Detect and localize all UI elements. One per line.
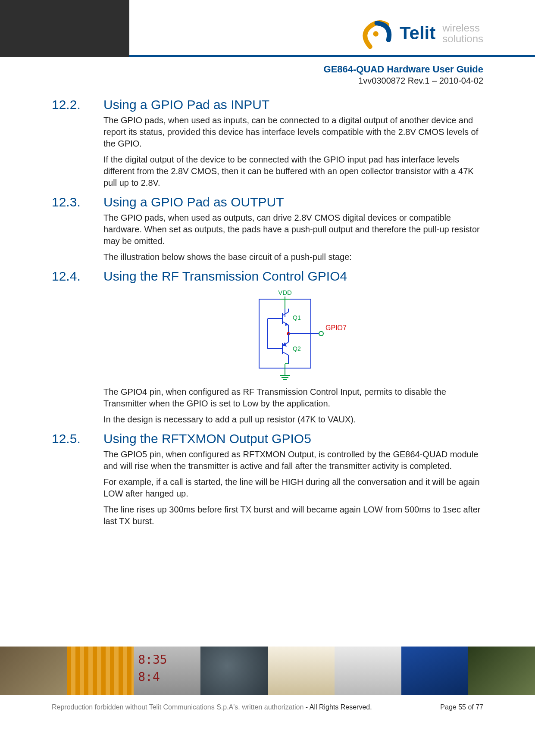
- doc-meta: GE864-QUAD Hardware User Guide 1vv030087…: [324, 64, 483, 86]
- section-title: Using a GPIO Pad as OUTPUT: [103, 193, 483, 209]
- paragraph: The line rises up 300ms before first TX …: [103, 504, 483, 527]
- diagram-vdd-label: VDD: [278, 289, 292, 296]
- footer-tile: [200, 647, 267, 695]
- footer-tile: [468, 647, 535, 695]
- brand-tagline: wireless solutions: [442, 22, 483, 44]
- diagram-out-label: GPIO7: [325, 324, 347, 331]
- svg-line-19: [282, 352, 288, 355]
- paragraph: The GPIO pads, when used as outputs, can…: [103, 212, 483, 247]
- section-12-4: 12.4. Using the RF Transmission Control …: [52, 267, 483, 425]
- section-12-2: 12.2. Using a GPIO Pad as INPUT The GPIO…: [52, 96, 483, 189]
- paragraph: The illustration below shows the base ci…: [103, 251, 483, 263]
- svg-point-0: [373, 31, 378, 36]
- footer-tile: [67, 647, 134, 695]
- diagram-q2-label: Q2: [293, 345, 301, 352]
- footer-tile: [268, 647, 335, 695]
- brand-tagline-line2: solutions: [442, 33, 483, 44]
- diagram-q1-label: Q1: [293, 314, 301, 321]
- doc-revision: 1vv0300872 Rev.1 – 2010-04-02: [324, 76, 483, 86]
- logo-icon: [358, 16, 395, 50]
- page-content: 12.2. Using a GPIO Pad as INPUT The GPIO…: [52, 91, 483, 527]
- paragraph: The GPIO4 pin, when configured as RF Tra…: [103, 386, 483, 409]
- section-12-3: 12.3. Using a GPIO Pad as OUTPUT The GPI…: [52, 193, 483, 263]
- svg-marker-18: [282, 342, 287, 347]
- brand-logo: Telit wireless solutions: [358, 16, 483, 50]
- footer-tile: [401, 647, 468, 695]
- section-number: 12.2.: [52, 96, 99, 112]
- brand-name: Telit: [400, 23, 435, 44]
- paragraph: In the design is necessary to add a pull…: [103, 414, 483, 425]
- section-number: 12.3.: [52, 193, 99, 209]
- header-dark-block: [0, 0, 129, 55]
- footer-reproduction: Reproduction forbidden without Telit Com…: [52, 703, 303, 711]
- paragraph: If the digital output of the device to b…: [103, 154, 483, 189]
- footer-rights: - All Rights Reserved.: [303, 703, 372, 711]
- paragraph: For example, if a call is started, the l…: [103, 476, 483, 500]
- footer-text: Reproduction forbidden without Telit Com…: [52, 703, 483, 711]
- section-title: Using the RF Transmission Control GPIO4: [103, 267, 483, 284]
- footer-tile: [335, 647, 401, 695]
- section-title: Using a GPIO Pad as INPUT: [103, 96, 483, 112]
- footer-page: Page 55 of 77: [440, 703, 483, 711]
- svg-point-14: [319, 331, 323, 336]
- push-pull-diagram: VDD Q1 GPIO7: [103, 287, 483, 382]
- section-title: Using the RFTXMON Output GPIO5: [103, 430, 483, 446]
- footer-tile: 8:35 8:4: [134, 647, 200, 695]
- section-12-5: 12.5. Using the RFTXMON Output GPIO5 The…: [52, 430, 483, 527]
- doc-title: GE864-QUAD Hardware User Guide: [324, 64, 483, 75]
- footer-image-strip: 8:35 8:4: [0, 647, 535, 695]
- section-number: 12.5.: [52, 430, 99, 446]
- header-rule: [0, 55, 535, 57]
- paragraph: The GPIO pads, when used as inputs, can …: [103, 115, 483, 150]
- brand-tagline-line1: wireless: [442, 22, 483, 33]
- footer-tile: [0, 647, 67, 695]
- paragraph: The GPIO5 pin, when configured as RFTXMO…: [103, 449, 483, 472]
- section-number: 12.4.: [52, 267, 99, 284]
